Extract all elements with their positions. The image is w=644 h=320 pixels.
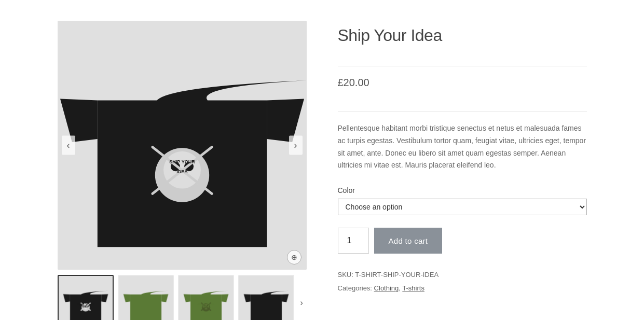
sku-row: SKU: T-SHIRT-SHIP-YOUR-IDEA: [338, 268, 587, 282]
price-divider: [338, 66, 587, 66]
color-select[interactable]: Choose an option Black Green: [338, 199, 587, 215]
product-description: Pellentesque habitant morbi tristique se…: [338, 122, 587, 172]
thumbnail-3[interactable]: [238, 275, 294, 320]
quantity-input[interactable]: [338, 228, 369, 254]
category-tshirts[interactable]: T-shirts: [402, 284, 424, 292]
gallery-next-button[interactable]: ›: [289, 136, 303, 155]
product-meta: SKU: T-SHIRT-SHIP-YOUR-IDEA Categories: …: [338, 268, 587, 295]
color-label: Color: [338, 186, 587, 194]
gallery-prev-button[interactable]: ‹: [62, 136, 75, 155]
product-title: Ship Your Idea: [338, 26, 587, 45]
categories-row: Categories: Clothing, T-shirts: [338, 282, 587, 295]
thumbnails-next-button[interactable]: ›: [298, 296, 305, 310]
add-to-cart-row: Add to cart: [338, 228, 587, 254]
category-clothing[interactable]: Clothing: [374, 284, 399, 292]
main-product-image: [58, 21, 307, 270]
sku-value: T-SHIRT-SHIP-YOUR-IDEA: [355, 271, 439, 279]
product-details: Ship Your Idea £20.00 Pellentesque habit…: [338, 21, 587, 320]
thumbnail-2[interactable]: [178, 275, 234, 320]
thumbnail-strip: ›: [58, 275, 307, 320]
add-to-cart-button[interactable]: Add to cart: [374, 228, 443, 254]
description-divider: [338, 112, 587, 112]
main-image-wrapper: ‹ › ⊕: [58, 21, 307, 270]
product-gallery: ‹ › ⊕ ›: [58, 21, 307, 320]
thumbnail-0[interactable]: [58, 275, 114, 320]
thumbnail-1[interactable]: [118, 275, 174, 320]
product-price: £20.00: [338, 77, 587, 89]
categories-label: Categories:: [338, 284, 372, 292]
product-page: ‹ › ⊕ › Ship Your Idea £20.00 Pellentesq…: [37, 10, 608, 320]
sku-label: SKU:: [338, 271, 353, 279]
zoom-icon[interactable]: ⊕: [287, 250, 302, 265]
